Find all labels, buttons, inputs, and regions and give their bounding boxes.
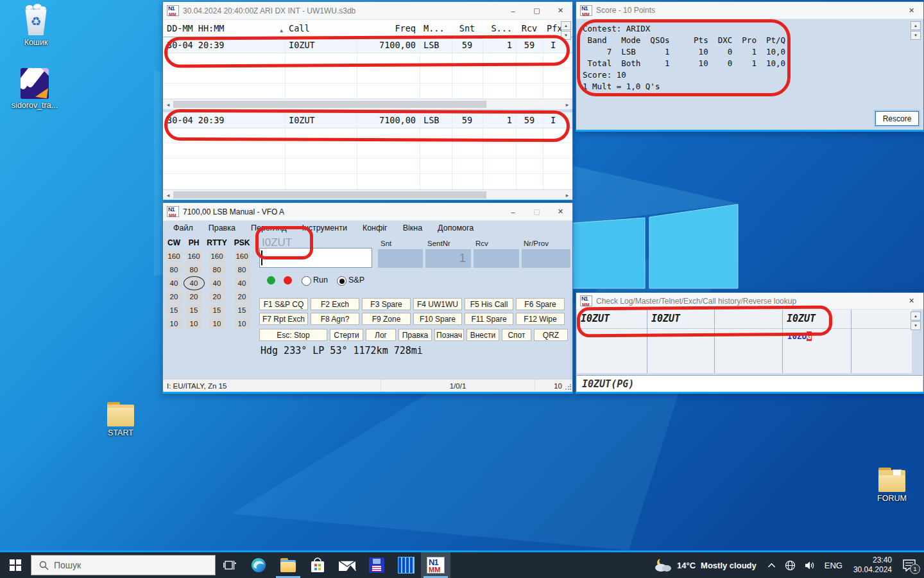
taskbar-backup-button[interactable] — [362, 552, 391, 578]
maximize-icon[interactable]: ▢ — [525, 203, 549, 220]
action-button-0[interactable]: Esc: Stop — [259, 329, 327, 341]
sentnr-field[interactable]: 1 — [425, 249, 471, 268]
menu-item-4[interactable]: Конфіг — [355, 223, 395, 232]
callsign-input[interactable] — [259, 248, 372, 268]
log-row-qso[interactable]: 30-04 20:39 I0ZUT 7100,00 LSB 59 1 59 I — [163, 112, 572, 128]
recycle-bin-shortcut[interactable]: ♻ Кошик — [10, 4, 62, 47]
menu-item-6[interactable]: Допомога — [430, 223, 481, 232]
fkey-button-2[interactable]: F3 Spare — [362, 298, 411, 310]
col-header-freq[interactable]: Freq — [357, 23, 420, 33]
snt-field[interactable] — [378, 249, 423, 268]
fkey-button-10[interactable]: F11 Spare — [465, 313, 513, 325]
scrollbar-thumb[interactable] — [173, 101, 486, 108]
action-button-4[interactable]: Познач — [434, 329, 464, 341]
log-row-qso[interactable]: 30-04 20:39 I0ZUT 7100,00 LSB 59 1 59 I — [163, 37, 572, 53]
band-button-CW-80[interactable]: 80 — [166, 264, 182, 276]
band-button-CW-160[interactable]: 160 — [166, 250, 182, 262]
task-view-button[interactable] — [216, 552, 244, 578]
action-button-1[interactable]: Стерти — [330, 329, 363, 341]
band-button-CW-40[interactable]: 40 — [166, 277, 182, 289]
scroll-left-icon[interactable]: ◂ — [163, 101, 173, 108]
rescore-button[interactable]: Rescore — [875, 111, 919, 126]
forum-folder-shortcut[interactable]: FORUM — [865, 468, 919, 503]
check-window-titlebar[interactable]: N1MM Check Log/Master/Telnet/Exch/Call h… — [576, 293, 923, 310]
action-button-2[interactable]: Лог — [366, 329, 396, 341]
nrprov-field[interactable] — [522, 249, 570, 268]
fkey-button-0[interactable]: F1 S&P CQ — [259, 298, 308, 310]
taskbar-edge-button[interactable] — [244, 552, 273, 578]
sidorov-file-shortcut[interactable]: sidorov_tra... — [6, 68, 63, 110]
horizontal-scrollbar[interactable]: ◂ ▸ — [163, 189, 572, 200]
fkey-button-9[interactable]: F10 Spare — [413, 313, 462, 325]
taskbar-explorer-button[interactable] — [273, 552, 303, 578]
band-button-RTTY-160[interactable]: 160 — [209, 250, 225, 262]
band-button-CW-15[interactable]: 15 — [166, 304, 182, 316]
taskbar-weather-widget[interactable]: 14°C Mostly cloudy — [646, 552, 763, 578]
fkey-button-4[interactable]: F5 His Call — [465, 298, 513, 310]
check-col-history[interactable]: I0ZUT I0ZUG — [783, 310, 851, 373]
sp-radio[interactable] — [337, 276, 346, 286]
tray-expand-button[interactable] — [763, 552, 780, 578]
taskbar-mail-button[interactable] — [332, 552, 362, 578]
log-column-headers[interactable]: DD-MM HH:MM ▲ Call Freq M... Snt S... Rc… — [163, 20, 572, 37]
minimize-icon[interactable]: – — [501, 203, 525, 220]
fkey-button-7[interactable]: F8 Agn? — [311, 313, 359, 325]
score-scroll-spinner[interactable]: ▲▼ — [911, 21, 921, 40]
run-radio-label[interactable]: Run — [313, 276, 328, 285]
col-header-call[interactable]: Call — [285, 23, 357, 33]
check-col-master[interactable]: I0ZUT — [647, 310, 715, 373]
band-button-RTTY-20[interactable]: 20 — [209, 291, 225, 302]
action-center-button[interactable]: 1 — [898, 552, 924, 578]
band-button-CW-10[interactable]: 10 — [166, 318, 182, 329]
close-icon[interactable]: ✕ — [900, 2, 923, 19]
check-col-log[interactable]: I0ZUT — [577, 310, 647, 373]
band-button-RTTY-10[interactable]: 10 — [209, 318, 225, 329]
check-scroll-spinner[interactable]: ▲▼ — [911, 311, 921, 330]
taskbar-search[interactable]: Пошук — [31, 555, 216, 575]
band-button-PH-10[interactable]: 10 — [186, 318, 202, 329]
menu-item-1[interactable]: Правка — [201, 223, 243, 232]
log-scroll-spinner[interactable]: ▲▼ — [561, 21, 571, 40]
check-col-reverse[interactable] — [851, 310, 912, 373]
taskbar-clock[interactable]: 23:40 30.04.2024 — [847, 556, 898, 575]
band-button-PH-20[interactable]: 20 — [186, 291, 202, 302]
close-icon[interactable]: ✕ — [549, 2, 572, 19]
volume-tray-button[interactable] — [800, 552, 820, 578]
menu-item-3[interactable]: Інструменти — [294, 223, 354, 232]
close-icon[interactable]: ✕ — [549, 203, 572, 220]
fkey-button-6[interactable]: F7 Rpt Exch — [259, 313, 308, 325]
action-button-6[interactable]: Спот — [502, 329, 531, 341]
horizontal-scrollbar[interactable]: ◂ ▸ — [163, 99, 572, 109]
band-button-CW-20[interactable]: 20 — [166, 291, 182, 302]
run-radio[interactable] — [302, 276, 311, 286]
band-button-RTTY-15[interactable]: 15 — [209, 304, 225, 316]
band-button-PH-160[interactable]: 160 — [186, 250, 202, 262]
language-indicator[interactable]: ENG — [820, 552, 847, 578]
menu-item-5[interactable]: Вікна — [395, 223, 430, 232]
resize-grip[interactable] — [565, 384, 571, 390]
fkey-button-5[interactable]: F6 Spare — [516, 298, 565, 310]
action-button-7[interactable]: QRZ — [534, 329, 568, 341]
check-col-telnet[interactable] — [715, 310, 783, 373]
scrollbar-thumb[interactable] — [173, 191, 486, 198]
menu-item-2[interactable]: Перегляд — [243, 223, 294, 232]
score-window-titlebar[interactable]: N1MM Score - 10 Points ✕ — [576, 2, 923, 19]
minimize-icon[interactable]: – — [501, 2, 525, 19]
entry-window-titlebar[interactable]: N1MM 7100,00 LSB Manual - VFO A – ▢ ✕ — [163, 203, 572, 221]
col-header-snt[interactable]: Snt — [452, 23, 483, 33]
close-icon[interactable]: ✕ — [900, 293, 923, 309]
start-folder-shortcut[interactable]: START — [95, 402, 146, 437]
col-header-time[interactable]: DD-MM HH:MM ▲ — [163, 23, 285, 33]
band-button-PSK-15[interactable]: 15 — [234, 304, 250, 316]
fkey-button-1[interactable]: F2 Exch — [311, 298, 359, 310]
band-button-PH-15[interactable]: 15 — [186, 304, 202, 316]
menu-item-0[interactable]: Файл — [166, 223, 201, 232]
network-tray-button[interactable] — [780, 552, 800, 578]
scroll-left-icon[interactable]: ◂ — [163, 192, 173, 198]
band-button-PH-40[interactable]: 40 — [186, 277, 202, 289]
band-button-PSK-10[interactable]: 10 — [234, 318, 250, 329]
band-button-RTTY-80[interactable]: 80 — [209, 264, 225, 276]
band-button-PSK-160[interactable]: 160 — [234, 250, 250, 262]
col-header-mode[interactable]: M... — [420, 23, 452, 33]
log-window-titlebar[interactable]: N1MM 30.04.2024 20:40:00Z ARI DX INT - U… — [163, 2, 572, 20]
